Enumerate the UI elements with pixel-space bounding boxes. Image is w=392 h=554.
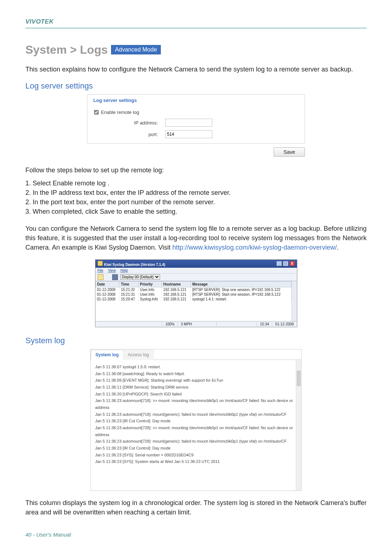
- col-priority: Priority: [138, 281, 162, 287]
- kiwi-title-text: Kiwi Syslog Daemon (Version 7.1.4): [104, 263, 166, 267]
- kiwi-scrollbar[interactable]: [291, 281, 297, 321]
- step-3: 3. When completed, click Save to enable …: [25, 207, 367, 216]
- status-rate: 3 MPH: [178, 322, 217, 326]
- tab-system-log[interactable]: System log: [91, 350, 123, 360]
- log-line: Jan 5 11:36:23 automount[718]: mount(gen…: [95, 411, 297, 418]
- col-hostname: Hostname: [162, 281, 191, 287]
- log-line: Jan 5 11:36:23 automount[718]: >> mount:…: [95, 397, 297, 411]
- log-line: Jan 5 11:36:09 [EVENT MGR]: Starting eve…: [95, 377, 297, 384]
- toolbar-icon-1[interactable]: [98, 274, 103, 280]
- kiwi-menubar: File View Help: [95, 268, 297, 273]
- mode-badge: Advanced Mode: [111, 45, 161, 54]
- port-input[interactable]: [165, 130, 212, 138]
- brand-header: VIVOTEK: [25, 18, 367, 29]
- kiwi-window: Kiwi Syslog Daemon (Version 7.1.4) _ □ X…: [95, 259, 297, 327]
- kiwi-link[interactable]: http://www.kiwisyslog.com/kiwi-syslog-da…: [172, 244, 337, 251]
- log-line: Jan 5 11:36:23 automount[728]: mount(gen…: [95, 438, 297, 445]
- system-log-pane: System log Access log Jan 5 11:36:07 sys…: [90, 349, 302, 491]
- kiwi-table: Date Time Priority Hostname Message 01-1…: [95, 281, 291, 301]
- log-server-panel: Log server settings Enable remote log IP…: [87, 94, 305, 144]
- kiwi-titlebar: Kiwi Syslog Daemon (Version 7.1.4) _ □ X: [95, 260, 297, 268]
- toolbar-icon-2[interactable]: [112, 274, 118, 280]
- log-server-heading: Log server settings: [25, 81, 367, 91]
- step-2: 2. In the IP address text box, enter the…: [25, 188, 367, 197]
- page-footer: 40 - User's Manual: [25, 532, 367, 538]
- enable-remote-log-label: Enable remote log: [101, 110, 139, 115]
- table-row: 01-12-2008 15:21:31 User.Info 192.168.5.…: [95, 292, 291, 297]
- save-button[interactable]: Save: [274, 147, 305, 157]
- app-icon: [98, 261, 103, 266]
- ip-address-input[interactable]: [165, 119, 212, 127]
- menu-help[interactable]: Help: [121, 268, 128, 272]
- port-label: port:: [93, 132, 165, 137]
- intro-paragraph: This section explains how to configure t…: [25, 65, 367, 74]
- log-line: Jan 5 11:36:23 [SYS]: System starts at W…: [95, 458, 297, 465]
- log-line: Jan 5 11:36:23 automount[728]: >> mount:…: [95, 424, 297, 438]
- enable-remote-log-checkbox[interactable]: [94, 110, 99, 115]
- page-title: System > Logs Advanced Mode: [25, 43, 367, 57]
- display-select[interactable]: Display 00 (Default): [120, 274, 160, 280]
- log-scrollbar[interactable]: [296, 360, 301, 491]
- table-row: 01-12-2008 15:20:47 Syslog.Info 192.168.…: [95, 297, 291, 301]
- status-pct: 100%: [162, 322, 178, 326]
- log-line: Jan 5 11:36:20 [UPnPIGDCP]: Search IGD f…: [95, 391, 297, 398]
- ip-address-label: IP address:: [93, 120, 165, 126]
- menu-view[interactable]: View: [108, 268, 116, 272]
- kiwi-statusbar: 100% 3 MPH 15:34 01-12-2008: [95, 321, 297, 327]
- close-icon[interactable]: X: [290, 261, 295, 266]
- log-line: Jan 5 11:36:23 [IR Cut Control]: Day mod…: [95, 445, 297, 452]
- log-line: Jan 5 11:36:08 [swatchdog]: Ready to wat…: [95, 370, 297, 377]
- log-line: Jan 5 11:36:07 syslogd 1.5.0: restart.: [95, 364, 297, 370]
- table-header-row: Date Time Priority Hostname Message: [95, 281, 291, 287]
- log-tabs: System log Access log: [91, 349, 301, 360]
- system-log-heading: System log: [25, 336, 367, 345]
- menu-file[interactable]: File: [98, 268, 103, 272]
- step-1: 1. Select Enable remote log .: [25, 178, 367, 188]
- log-content: Jan 5 11:36:07 syslogd 1.5.0: restart. J…: [91, 360, 301, 491]
- status-time: 15:34: [257, 322, 272, 326]
- maximize-icon[interactable]: □: [283, 261, 288, 266]
- log-line: Jan 5 11:36:23 [IR Cut Control]: Day mod…: [95, 418, 297, 424]
- col-time: Time: [119, 281, 138, 287]
- step-2b: 2. In the port text box, enter the port …: [25, 197, 367, 207]
- kiwi-toolbar: Display 00 (Default): [95, 273, 297, 281]
- col-date: Date: [95, 281, 119, 287]
- col-message: Message: [191, 281, 291, 287]
- table-row: 01-12-2008 15:21:32 User.Info 192.168.5.…: [95, 287, 291, 292]
- panel-legend: Log server settings: [92, 98, 138, 103]
- log-line: Jan 5 11:36:11 [DRM Service]: Starting D…: [95, 384, 297, 391]
- backup-paragraph: You can configure the Network Camera to …: [25, 224, 367, 252]
- minimize-icon[interactable]: _: [277, 261, 282, 266]
- follow-text: Follow the steps below to set up the rem…: [25, 165, 367, 175]
- outro-paragraph: This column displays the system log in a…: [25, 498, 367, 517]
- log-line: Jan 5 11:36:23 [SYS]: Serial number = 00…: [95, 452, 297, 459]
- steps-list: 1. Select Enable remote log . 2. In the …: [25, 178, 367, 216]
- tab-access-log[interactable]: Access log: [123, 350, 154, 360]
- title-text: System > Logs: [25, 43, 108, 56]
- status-date: 01-12-2008: [272, 322, 297, 326]
